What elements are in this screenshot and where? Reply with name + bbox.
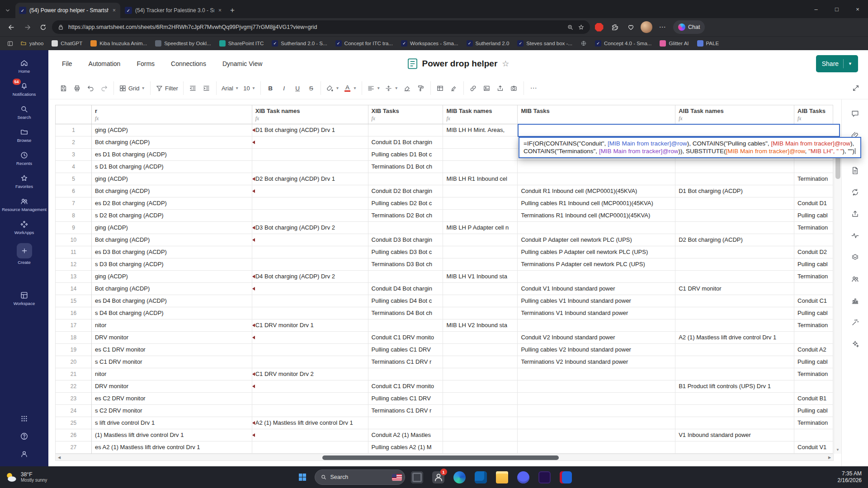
cell-x[interactable] bbox=[368, 222, 443, 234]
cell-mn[interactable] bbox=[443, 234, 518, 246]
cell-r[interactable]: s C2 DRV monitor bbox=[92, 405, 252, 417]
cell-a[interactable]: Pulling cabl bbox=[794, 307, 833, 319]
expand-icon[interactable] bbox=[849, 81, 863, 95]
cell-m[interactable]: Pulling cables V1 Inbound standard power bbox=[518, 295, 675, 307]
cell-a[interactable]: Pulling cabl bbox=[794, 356, 833, 368]
cell-xn[interactable]: D2 Bot charging (ACDP) Drv 1 bbox=[252, 173, 368, 185]
cell-xn[interactable] bbox=[252, 356, 368, 368]
cell-m[interactable] bbox=[518, 271, 675, 283]
cell-mn[interactable] bbox=[443, 185, 518, 197]
cell-m[interactable]: Pulling cables V2 Inbound standard power bbox=[518, 344, 675, 356]
cell-m[interactable] bbox=[518, 429, 675, 441]
export-button[interactable] bbox=[494, 82, 507, 94]
cell-an[interactable]: V1 Inbound standard power bbox=[675, 429, 794, 441]
bookmark-item[interactable]: yahoo bbox=[16, 38, 47, 49]
highlight-button[interactable] bbox=[448, 82, 460, 94]
column-header-an[interactable]: AIB Task names fx bbox=[675, 105, 794, 124]
cell-xn[interactable] bbox=[252, 246, 368, 258]
row-number[interactable]: 6 bbox=[56, 185, 92, 197]
cell-x[interactable]: Conduit D2 Bot chargin bbox=[368, 185, 443, 197]
cell-mn[interactable] bbox=[443, 344, 518, 356]
row-number[interactable]: 17 bbox=[56, 319, 92, 332]
cell-mn[interactable]: MIB LH P Adapter cell n bbox=[443, 222, 518, 234]
cell-mn[interactable] bbox=[443, 332, 518, 344]
cell-x[interactable]: Terminations D3 Bot ch bbox=[368, 258, 443, 271]
insert-table-button[interactable] bbox=[434, 82, 447, 94]
cell-xn[interactable] bbox=[252, 393, 368, 405]
cell-mn[interactable] bbox=[443, 246, 518, 258]
cell-x[interactable]: Conduit A2 (1) Mastles bbox=[368, 429, 443, 441]
cell-x[interactable]: Conduit D1 Bot chargin bbox=[368, 136, 443, 149]
close-button[interactable]: × bbox=[847, 0, 868, 18]
horizontal-scrollbar[interactable]: ◀ ▶ bbox=[55, 454, 834, 461]
cell-mn[interactable] bbox=[443, 136, 518, 149]
cell-a[interactable]: Pulling cabl bbox=[794, 210, 833, 222]
browser-tab[interactable]: ✓ (54) Tracker for Palestine 3.0 - Sma..… bbox=[121, 3, 226, 18]
format-painter-button[interactable] bbox=[415, 82, 427, 94]
cell-xn[interactable] bbox=[252, 441, 368, 454]
cell-an[interactable]: C1 DRV monitor bbox=[675, 283, 794, 295]
cell-r[interactable]: s C1 DRV monitor bbox=[92, 356, 252, 368]
cell-xn[interactable] bbox=[252, 344, 368, 356]
horizontal-scroll-thumb[interactable] bbox=[322, 455, 559, 460]
sidebar-item-home[interactable]: Home bbox=[0, 55, 48, 78]
row-number[interactable]: 19 bbox=[56, 344, 92, 356]
bookmark-item[interactable]: PALE bbox=[693, 38, 723, 49]
outdent-button[interactable] bbox=[187, 82, 199, 94]
scroll-right-icon[interactable]: ▶ bbox=[826, 455, 833, 460]
editing-cell-outline[interactable] bbox=[518, 124, 840, 137]
update-requests-icon[interactable] bbox=[847, 184, 863, 200]
cell-an[interactable] bbox=[675, 368, 794, 380]
cell-xn[interactable] bbox=[252, 283, 368, 295]
cell-x[interactable]: Pulling cables D3 Bot c bbox=[368, 246, 443, 258]
start-button[interactable] bbox=[293, 468, 311, 486]
cell-r[interactable]: ging (ACDP) bbox=[92, 271, 252, 283]
bookmark-item[interactable]: ✓Steves sand box -... bbox=[513, 38, 576, 49]
minimize-button[interactable]: – bbox=[806, 0, 826, 18]
cell-m[interactable] bbox=[518, 380, 675, 393]
cell-xn[interactable] bbox=[252, 185, 368, 197]
cell-xn[interactable]: A2 (1) Mastless lift drive control Drv 1 bbox=[252, 417, 368, 429]
cell-r[interactable]: s lift drive control Drv 1 bbox=[92, 417, 252, 429]
column-header-r[interactable]: r fx bbox=[92, 105, 252, 124]
cell-x[interactable]: Conduit D3 Bot chargin bbox=[368, 234, 443, 246]
row-number[interactable]: 12 bbox=[56, 258, 92, 271]
cell-r[interactable]: s D2 Bot charging (ACDP) bbox=[92, 210, 252, 222]
taskbar-weather[interactable]: 38°F Mostly sunny bbox=[5, 471, 47, 483]
cell-m[interactable]: Terminations V1 Inbound standard power bbox=[518, 307, 675, 319]
cell-mn[interactable]: MIB LH R1 Inbound cel bbox=[443, 173, 518, 185]
cell-a[interactable]: Termination bbox=[794, 222, 833, 234]
chat-button[interactable]: Chat bbox=[673, 20, 705, 34]
row-number[interactable]: 24 bbox=[56, 405, 92, 417]
bookmark-item[interactable]: ✓Concept 4.0 - Sma... bbox=[591, 38, 656, 49]
contacts-icon[interactable] bbox=[847, 271, 863, 286]
indent-button[interactable] bbox=[200, 82, 213, 94]
underline-button[interactable]: U bbox=[291, 82, 304, 94]
cell-a[interactable] bbox=[794, 185, 833, 197]
cell-mn[interactable] bbox=[443, 197, 518, 210]
bookmarks-panel-icon[interactable] bbox=[4, 38, 16, 49]
cell-mn[interactable] bbox=[443, 258, 518, 271]
bookmark-item[interactable]: ✓Sutherland 2.0 - S... bbox=[268, 38, 331, 49]
cell-an[interactable] bbox=[675, 210, 794, 222]
cell-an[interactable] bbox=[675, 222, 794, 234]
cell-m[interactable] bbox=[518, 368, 675, 380]
cell-m[interactable] bbox=[518, 393, 675, 405]
cell-r[interactable]: es A2 (1) Mastless lift drive control Dr… bbox=[92, 441, 252, 454]
row-number[interactable]: 27 bbox=[56, 441, 92, 454]
cell-xn[interactable] bbox=[252, 405, 368, 417]
cell-r[interactable]: DRV monitor bbox=[92, 380, 252, 393]
cell-m[interactable] bbox=[518, 405, 675, 417]
cell-an[interactable] bbox=[675, 356, 794, 368]
cell-x[interactable]: Terminations D1 Bot ch bbox=[368, 161, 443, 173]
cell-a[interactable] bbox=[794, 332, 833, 344]
cell-a[interactable]: Termination bbox=[794, 271, 833, 283]
cell-m[interactable]: Terminations R1 Inbound cell (MCP0001)(4… bbox=[518, 210, 675, 222]
cell-x[interactable]: Terminations D2 Bot ch bbox=[368, 210, 443, 222]
cell-mn[interactable] bbox=[443, 405, 518, 417]
row-number[interactable]: 5 bbox=[56, 173, 92, 185]
cell-mn[interactable] bbox=[443, 283, 518, 295]
row-number[interactable]: 26 bbox=[56, 429, 92, 441]
cell-x[interactable]: Terminations C1 DRV r bbox=[368, 356, 443, 368]
cell-m[interactable] bbox=[518, 173, 675, 185]
